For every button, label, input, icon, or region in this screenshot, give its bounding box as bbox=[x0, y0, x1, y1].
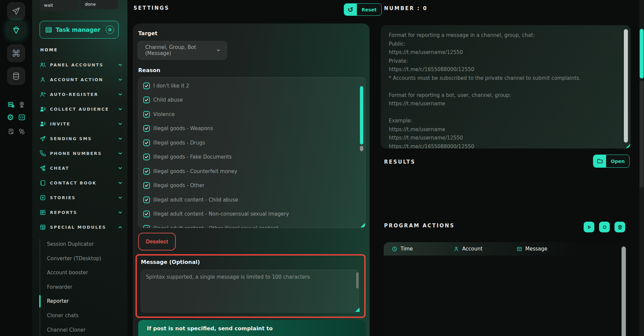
column-message: Message bbox=[517, 242, 547, 256]
rotate-ccw-icon: ↺ bbox=[344, 4, 357, 15]
paper-plane-icon[interactable] bbox=[7, 2, 25, 20]
checkbox-checked-icon[interactable] bbox=[143, 82, 150, 89]
target-label: Target bbox=[138, 30, 158, 37]
info-line: https://t.me/username bbox=[389, 125, 617, 134]
database-icon[interactable] bbox=[7, 67, 25, 85]
reason-row[interactable]: Illegal goods - Other bbox=[143, 181, 355, 190]
reason-row[interactable]: Illegal adult content - Non-consensual s… bbox=[143, 210, 355, 218]
reason-list-scrollbar[interactable] bbox=[360, 86, 363, 145]
message-scrollbar[interactable] bbox=[356, 272, 359, 288]
format-info-box[interactable]: Format for reporting a message in a chan… bbox=[381, 25, 631, 149]
sidebar-subitem-converter-tdesktop[interactable]: Converter (TDesktop) bbox=[47, 255, 101, 262]
chevron-down-icon bbox=[118, 121, 123, 126]
checkbox-checked-icon[interactable] bbox=[143, 111, 150, 118]
checkbox-checked-icon[interactable] bbox=[143, 154, 150, 160]
reason-list[interactable]: I don't like it 2 Child abuse Violence I… bbox=[138, 77, 366, 228]
reason-row[interactable]: Illegal adult content - Child abuse bbox=[143, 195, 355, 204]
checkbox-checked-icon[interactable] bbox=[143, 125, 150, 132]
reason-row[interactable]: I don't like it 2 bbox=[143, 81, 355, 90]
sidebar-item-collect-audience[interactable]: COLLECT AUDIENCE bbox=[40, 105, 123, 113]
done-tab[interactable]: done bbox=[80, 0, 118, 9]
info-line: Private: bbox=[389, 57, 617, 66]
clipboard-check-icon[interactable] bbox=[7, 127, 15, 135]
checkbox-checked-icon[interactable] bbox=[143, 168, 150, 175]
sidebar-item-sending-sms[interactable]: SENDING SMS bbox=[40, 134, 123, 143]
sidebar-item-reports[interactable]: REPORTS bbox=[40, 208, 123, 216]
reason-row[interactable]: Violence bbox=[143, 110, 355, 119]
sidebar-subitem-account-booster[interactable]: Account booster bbox=[47, 269, 88, 276]
users-icon bbox=[40, 62, 46, 68]
user-icon bbox=[453, 246, 459, 252]
gem-icon[interactable] bbox=[7, 21, 25, 39]
sidebar-subitem-channel-cloner[interactable]: Channel Cloner bbox=[47, 326, 86, 334]
info-box-scrollbar[interactable] bbox=[624, 29, 628, 143]
table-scrollbar[interactable] bbox=[622, 246, 626, 336]
resize-grip-icon[interactable] bbox=[626, 144, 630, 148]
chevron-down-icon bbox=[118, 195, 123, 200]
message-section-highlight: Message (Optional) bbox=[136, 254, 366, 318]
deselect-button[interactable]: Deselect bbox=[138, 233, 176, 250]
webcam-icon[interactable] bbox=[18, 101, 26, 109]
actions-table[interactable]: Time Account Message bbox=[384, 242, 628, 336]
sidebar-item-auto-register[interactable]: AUTO-REGISTER bbox=[40, 90, 123, 98]
sidebar-item-panel-accounts[interactable]: PANEL ACCOUNTS bbox=[40, 61, 123, 69]
open-button[interactable]: Open bbox=[593, 155, 630, 168]
stop-button[interactable] bbox=[599, 222, 610, 232]
server-check-icon[interactable] bbox=[7, 101, 15, 109]
info-line bbox=[389, 108, 617, 117]
target-select[interactable]: Channel, Group, Bot (Message) bbox=[138, 41, 227, 60]
info-line: Example: bbox=[389, 117, 617, 125]
checkbox-checked-icon[interactable] bbox=[143, 97, 150, 103]
actions-table-header: Time Account Message bbox=[384, 242, 628, 256]
sidebar-item-home[interactable]: HOME bbox=[40, 47, 58, 52]
chevron-down-icon bbox=[118, 107, 123, 112]
sidebar-item-stories[interactable]: STORIES bbox=[40, 193, 123, 202]
checkbox-checked-icon[interactable] bbox=[143, 182, 150, 189]
code-window-icon[interactable] bbox=[18, 113, 26, 121]
sidebar-item-special-modules[interactable]: SPECIAL MODULES bbox=[40, 223, 123, 231]
modules-icon bbox=[40, 224, 46, 230]
reason-row[interactable]: Illegal adult content - Other illegal se… bbox=[143, 224, 355, 228]
sidebar-subitem-reporter[interactable]: Reporter bbox=[47, 297, 69, 305]
resize-grip-icon[interactable] bbox=[361, 223, 365, 227]
page-scrollbar-thumb[interactable] bbox=[640, 29, 644, 78]
sidebar-subitem-session-duplicator[interactable]: Session Duplicator bbox=[47, 240, 94, 248]
sidebar-subitem-forwarder[interactable]: Forwarder bbox=[47, 283, 72, 291]
task-manager-button[interactable]: Task manager 0 bbox=[40, 21, 119, 39]
reason-row[interactable]: Illegal goods - Counterfeit money bbox=[143, 167, 355, 176]
checkbox-checked-icon[interactable] bbox=[143, 139, 150, 146]
app-window: ⌘ ⚙ wait done Task manager 0 bbox=[0, 0, 644, 336]
sidebar-item-cheat[interactable]: CHEAT bbox=[40, 164, 123, 172]
sidebar-item-invite[interactable]: INVITE bbox=[40, 120, 123, 128]
wait-tab[interactable]: wait bbox=[40, 0, 77, 11]
phone-icon bbox=[40, 150, 46, 157]
gear-icon[interactable]: ⚙ bbox=[6, 113, 14, 121]
checkbox-checked-icon[interactable] bbox=[143, 211, 150, 217]
reason-row[interactable]: Child abuse bbox=[143, 96, 355, 104]
chevron-down-icon bbox=[216, 48, 221, 53]
reason-row[interactable]: Illegal goods - Drugs bbox=[143, 138, 355, 147]
info-line: https://t.me/c/1655088000/12550 bbox=[389, 65, 617, 74]
checkbox-checked-icon[interactable] bbox=[143, 197, 150, 203]
checkbox-checked-icon[interactable] bbox=[143, 225, 150, 228]
chevron-down-icon bbox=[118, 180, 123, 185]
chevron-down-icon bbox=[118, 210, 123, 215]
reason-row[interactable]: Illegal goods - Fake Documents bbox=[143, 153, 355, 161]
command-icon[interactable]: ⌘ bbox=[7, 44, 25, 62]
info-line: https://t.me/username/12550 bbox=[389, 134, 617, 143]
play-button[interactable] bbox=[584, 222, 594, 232]
sidebar-item-phone-numbers[interactable]: PHONE NUMBERS bbox=[40, 149, 123, 157]
post-note-label: If post is not specified, send complaint… bbox=[147, 325, 273, 332]
message-input[interactable] bbox=[141, 270, 359, 313]
folder-icon bbox=[593, 155, 606, 167]
column-account: Account bbox=[453, 242, 483, 256]
sidebar-item-contact-book[interactable]: CONTACT BOOK bbox=[40, 179, 123, 187]
swap-icon[interactable] bbox=[18, 127, 26, 135]
sidebar-item-account-action[interactable]: ACCOUNT ACTION bbox=[40, 75, 123, 83]
reason-row[interactable]: Illegal goods - Weapons bbox=[143, 124, 355, 133]
reset-button[interactable]: ↺ Reset bbox=[344, 3, 382, 16]
page-scrollbar[interactable] bbox=[639, 0, 644, 336]
trash-button[interactable] bbox=[614, 222, 625, 232]
reason-list-scrollbar-track[interactable] bbox=[360, 146, 363, 151]
sidebar-subitem-cloner-chats[interactable]: Cloner chats bbox=[47, 312, 78, 319]
